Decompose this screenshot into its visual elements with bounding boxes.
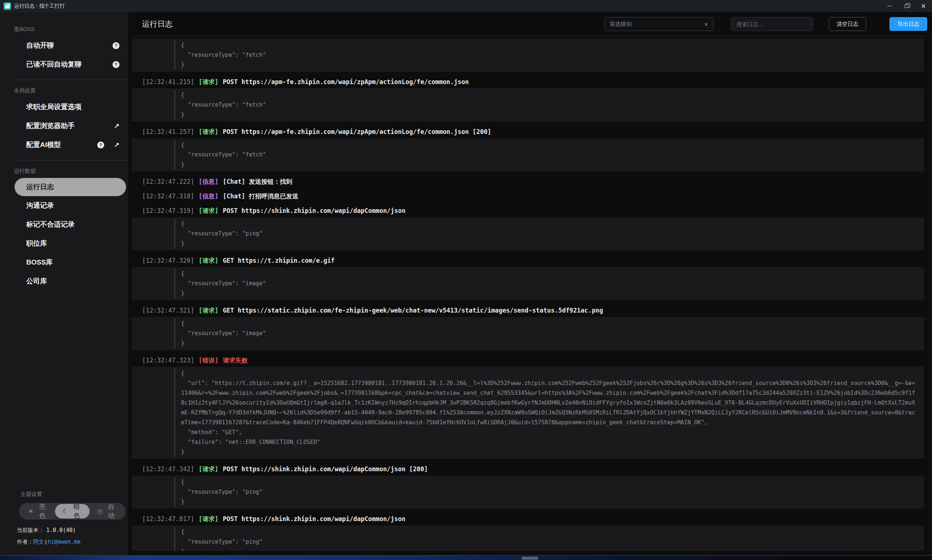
log-message: [Chat] 打招呼消息已发送 — [223, 192, 299, 200]
log-level-tag: [请求] — [199, 128, 218, 135]
log-detail-line: } — [181, 497, 918, 507]
log-detail-json: { "resourceType": "ping"} — [174, 527, 920, 551]
log-entry: [12:32:47.320][请求]GET https://t.zhipin.c… — [142, 256, 925, 265]
log-detail-line: } — [181, 289, 918, 298]
sidebar-item-label: 标记不合适记录 — [26, 220, 75, 229]
log-message: 请求失败 — [223, 357, 248, 364]
sidebar-section: 运行数据运行日志沟通记录标记不合适记录职位库BOSS库公司库 — [0, 160, 128, 291]
log-detail-block: { "resourceType": "fetch"} — [132, 88, 924, 122]
log-detail-line: "resourceType": "image" — [181, 279, 918, 289]
sidebar-item-标记不合适记录[interactable]: 标记不合适记录 — [0, 215, 128, 234]
sidebar-item-icons: ? — [113, 42, 119, 49]
log-detail-block: { "resourceType": "fetch"} — [132, 38, 924, 72]
dark-icon: ☾ — [62, 508, 68, 514]
sidebar-item-职位库[interactable]: 职位库 — [0, 234, 128, 253]
log-timestamp: [12:32:47.342] — [142, 465, 194, 473]
clear-log-button[interactable]: 清空日志 — [829, 17, 866, 31]
help-icon[interactable]: ? — [113, 42, 119, 49]
close-button[interactable]: × — [915, 0, 932, 12]
sidebar-item-自动开聊[interactable]: 自动开聊? — [0, 36, 128, 55]
theme-section-label: 主题设置 — [20, 491, 128, 498]
log-detail-line: { — [181, 369, 918, 378]
log-detail-json: { "resourceType": "fetch"} — [174, 140, 920, 169]
log-message: POST https://apm-fe.zhipin.com/wapi/zpAp… — [223, 78, 469, 86]
chevron-down-icon: ∨ — [704, 21, 708, 27]
sidebar-section-label: 运行数据 — [14, 167, 128, 175]
log-detail-line: } — [181, 110, 918, 120]
log-detail-line: { — [181, 527, 918, 537]
log-timestamp: [12:32:47.321] — [142, 307, 194, 314]
minimize-icon — [887, 6, 892, 6]
author-email-link[interactable]: hi@awen.me — [48, 538, 80, 545]
log-message: POST https://apm-fe.zhipin.com/wapi/zpAp… — [223, 128, 491, 135]
sidebar-item-配置浏览器助手[interactable]: 配置浏览器助手↗ — [0, 117, 128, 135]
restore-button[interactable] — [898, 0, 915, 12]
scrollbar-thumb[interactable] — [522, 557, 538, 560]
sidebar-item-公司库[interactable]: 公司库 — [0, 272, 128, 291]
theme-option-dark[interactable]: ☾暗色 — [55, 504, 89, 518]
log-detail-json: { "resourceType": "fetch"} — [174, 40, 920, 70]
export-log-button[interactable]: 导出日志 — [889, 17, 927, 31]
close-icon: × — [921, 2, 926, 10]
log-entry: [12:32:47.222][信息][Chat] 发送按钮：找到 — [142, 177, 925, 186]
main-header: 运行日志 筛选级别 ∨ 清空日志 导出日志 — [133, 12, 927, 36]
minimize-button[interactable] — [881, 0, 898, 12]
sidebar-item-BOSS库[interactable]: BOSS库 — [0, 253, 128, 272]
log-message: GET https://static.zhipin.com/fe-zhipin-… — [223, 307, 603, 314]
log-detail-line: "method": "GET", — [181, 428, 918, 437]
log-list[interactable]: { "resourceType": "fetch"}[12:32:41.215]… — [128, 36, 932, 551]
log-detail-json: { "resourceType": "ping"} — [174, 477, 920, 507]
light-icon: ☀ — [28, 508, 34, 514]
header-controls: 筛选级别 ∨ 清空日志 导出日志 — [604, 17, 927, 31]
log-level-tag: [信息] — [199, 178, 218, 185]
sidebar-item-求职全局设置选项[interactable]: 求职全局设置选项 — [0, 97, 128, 117]
log-entry: [12:32:47.319][请求]POST https://shink.zhi… — [142, 206, 925, 215]
sidebar-section: 全局设置求职全局设置选项配置浏览器助手↗配置AI模型?↗ — [0, 80, 128, 154]
filter-level-value: 筛选级别 — [610, 21, 631, 28]
theme-option-light[interactable]: ☀亮色 — [21, 504, 55, 518]
theme-option-auto[interactable]: ◷自动 — [89, 504, 124, 518]
log-detail-line: "url": "https://t.zhipin.com/e.gif?__a=1… — [181, 378, 918, 428]
page-title: 运行日志 — [142, 19, 173, 29]
filter-level-select[interactable]: 筛选级别 ∨ — [604, 17, 713, 31]
sidebar-item-已读不回自动复聊[interactable]: 已读不回自动复聊? — [0, 55, 128, 74]
restore-icon — [905, 5, 908, 8]
log-detail-line: "resourceType": "image" — [181, 329, 918, 338]
log-detail-line: "resourceType": "fetch" — [181, 50, 918, 60]
log-detail-block: { "resourceType": "image"} — [132, 267, 924, 300]
log-detail-line: } — [181, 338, 918, 348]
log-detail-json: { "resourceType": "image"} — [174, 319, 920, 348]
log-detail-line: { — [181, 477, 918, 487]
log-detail-json: { "url": "https://t.zhipin.com/e.gif?__a… — [174, 369, 920, 457]
log-level-tag: [信息] — [199, 192, 218, 200]
sidebar-item-label: 求职全局设置选项 — [26, 102, 82, 112]
author-name-link[interactable]: 阿文 — [33, 538, 44, 545]
help-icon[interactable]: ? — [113, 61, 119, 68]
title-bar: 运行日志 - 找个工打打 × — [0, 0, 932, 12]
sidebar-item-icons: ↗ — [114, 123, 119, 129]
log-level-tag: [请求] — [199, 515, 218, 523]
sidebar-item-运行日志[interactable]: 运行日志 — [15, 178, 126, 196]
bottom-scrollbar[interactable] — [0, 555, 932, 560]
log-level-tag: [请求] — [199, 78, 218, 86]
log-entry: [12:32:47.318][信息][Chat] 打招呼消息已发送 — [142, 192, 925, 200]
search-log-input[interactable] — [731, 17, 813, 31]
sidebar-item-icons: ?↗ — [97, 142, 119, 148]
log-timestamp: [12:32:47.817] — [142, 515, 194, 523]
log-detail-block: { "url": "https://t.zhipin.com/e.gif?__a… — [132, 367, 924, 459]
log-entry: [12:32:41.215][请求]POST https://apm-fe.zh… — [142, 77, 925, 86]
log-level-tag: [错误] — [199, 357, 218, 364]
sidebar-item-label: BOSS库 — [26, 258, 53, 267]
log-detail-line: "resourceType": "fetch" — [181, 100, 918, 110]
help-icon[interactable]: ? — [97, 142, 104, 148]
author-label: 作者： — [17, 538, 33, 545]
log-detail-block: { "resourceType": "image"} — [132, 317, 924, 350]
log-timestamp: [12:32:47.318] — [142, 192, 194, 200]
sidebar-item-配置AI模型[interactable]: 配置AI模型?↗ — [0, 135, 128, 154]
external-link-icon: ↗ — [114, 123, 119, 129]
log-detail-line: "resourceType": "ping" — [181, 229, 918, 239]
log-detail-line: { — [181, 140, 918, 150]
log-message: [Chat] 发送按钮：找到 — [223, 178, 292, 185]
sidebar-item-label: 配置AI模型 — [26, 140, 61, 149]
sidebar-item-沟通记录[interactable]: 沟通记录 — [0, 196, 128, 215]
